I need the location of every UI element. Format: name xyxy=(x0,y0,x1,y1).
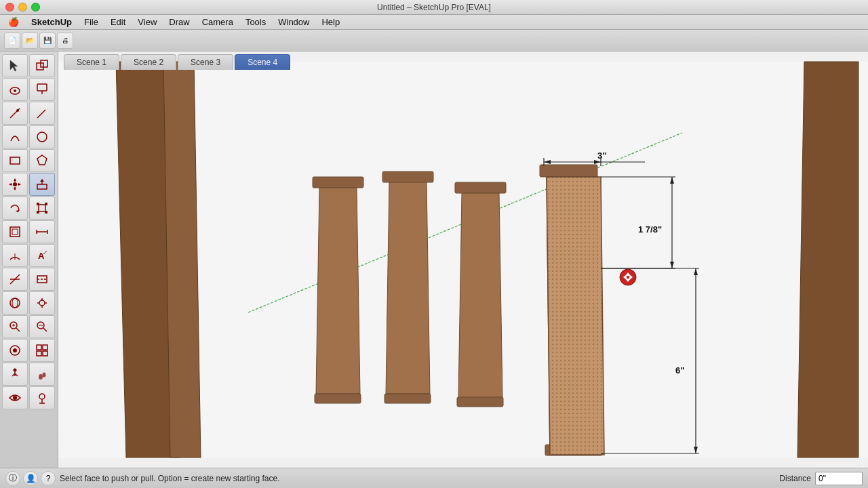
svg-line-52 xyxy=(16,328,20,331)
svg-point-64 xyxy=(14,369,17,372)
tool-orbit[interactable] xyxy=(2,291,28,314)
svg-point-8 xyxy=(16,109,19,112)
menu-help[interactable]: Help xyxy=(316,16,345,28)
toolbar-print[interactable]: 🖨 xyxy=(57,33,73,49)
svg-rect-33 xyxy=(12,229,18,235)
svg-marker-18 xyxy=(14,188,16,190)
dim-height1: 1 7/8" xyxy=(638,224,662,235)
toolbar-open[interactable]: 📂 xyxy=(22,33,38,49)
toolbar-save[interactable]: 💾 xyxy=(39,33,56,49)
tool-tape3d[interactable] xyxy=(29,220,55,243)
menu-bar: 🍎 SketchUp File Edit View Draw Camera To… xyxy=(0,15,868,30)
close-button[interactable] xyxy=(5,3,14,12)
menu-tools[interactable]: Tools xyxy=(240,16,271,28)
svg-rect-84 xyxy=(384,394,431,403)
tool-component[interactable] xyxy=(29,54,55,77)
tool-footprint[interactable] xyxy=(29,363,55,386)
tool-section[interactable] xyxy=(29,268,55,291)
svg-point-14 xyxy=(13,182,17,186)
svg-rect-61 xyxy=(43,345,47,350)
tool-text[interactable]: A xyxy=(29,244,55,267)
tool-scale[interactable] xyxy=(29,197,55,220)
tool-eye[interactable] xyxy=(2,386,28,409)
traffic-lights xyxy=(5,3,40,12)
svg-point-46 xyxy=(39,300,45,306)
svg-rect-85 xyxy=(455,182,506,193)
distance-area: Distance xyxy=(779,472,863,485)
svg-marker-78 xyxy=(797,62,859,458)
svg-rect-27 xyxy=(39,205,45,211)
status-user-btn[interactable]: 👤 xyxy=(23,471,38,486)
svg-marker-22 xyxy=(18,183,21,186)
svg-point-70 xyxy=(13,396,17,400)
svg-rect-63 xyxy=(43,351,47,356)
menu-edit[interactable]: Edit xyxy=(105,16,131,28)
svg-point-71 xyxy=(39,394,45,399)
svg-point-45 xyxy=(12,298,18,308)
tool-rectangle[interactable] xyxy=(2,149,28,172)
menu-apple[interactable]: 🍎 xyxy=(3,16,24,28)
svg-marker-16 xyxy=(14,178,16,181)
viewport[interactable]: 3" 1 7/8" 6" xyxy=(58,52,868,468)
svg-point-59 xyxy=(13,348,17,352)
svg-marker-86 xyxy=(458,193,502,397)
menu-window[interactable]: Window xyxy=(273,16,315,28)
picket-2 xyxy=(382,171,433,403)
tool-eraser[interactable] xyxy=(2,78,28,101)
svg-marker-20 xyxy=(9,183,12,186)
toolbar: 📄 📂 💾 🖨 xyxy=(0,30,868,52)
svg-rect-60 xyxy=(37,345,41,350)
svg-marker-80 xyxy=(316,188,360,394)
toolbar-new[interactable]: 📄 xyxy=(4,33,20,49)
tool-zoom-extents[interactable] xyxy=(29,315,55,338)
tool-pushpull[interactable] xyxy=(29,173,55,196)
svg-rect-23 xyxy=(37,184,47,189)
tool-circle[interactable] xyxy=(29,125,55,148)
tool-select[interactable] xyxy=(2,54,28,77)
main-area: A xyxy=(0,52,868,468)
tool-position-camera[interactable] xyxy=(29,386,55,409)
svg-marker-0 xyxy=(10,60,18,71)
tool-offset[interactable] xyxy=(2,220,28,243)
scene-tab-4[interactable]: Scene 4 xyxy=(235,54,290,70)
svg-rect-81 xyxy=(315,394,361,403)
menu-camera[interactable]: Camera xyxy=(197,16,239,28)
scene-tab-2[interactable]: Scene 2 xyxy=(121,54,176,70)
menu-sketchup[interactable]: SketchUp xyxy=(26,16,77,28)
tool-perspective[interactable] xyxy=(2,339,28,362)
menu-view[interactable]: View xyxy=(132,16,162,28)
dim-height2: 6" xyxy=(675,365,684,375)
scene-tab-3[interactable]: Scene 3 xyxy=(178,54,233,70)
svg-point-96 xyxy=(620,269,636,285)
status-icons: ⓘ 👤 ? xyxy=(5,471,56,486)
status-help-btn[interactable]: ? xyxy=(41,471,56,486)
tool-polygon[interactable] xyxy=(29,149,55,172)
tool-tape[interactable] xyxy=(2,102,28,125)
tool-move[interactable] xyxy=(2,173,28,196)
svg-marker-95 xyxy=(547,177,604,455)
tool-standard-views[interactable] xyxy=(29,339,55,362)
tool-arc[interactable] xyxy=(2,125,28,148)
scene-tab-1[interactable]: Scene 1 xyxy=(64,54,119,70)
move-indicator xyxy=(620,269,636,285)
svg-line-56 xyxy=(43,328,47,331)
status-info-btn[interactable]: ⓘ xyxy=(5,471,20,486)
menu-file[interactable]: File xyxy=(79,16,104,28)
svg-point-69 xyxy=(43,373,46,378)
tool-zoom[interactable] xyxy=(2,315,28,338)
tool-paint[interactable] xyxy=(29,78,55,101)
menu-draw[interactable]: Draw xyxy=(163,16,195,28)
minimize-button[interactable] xyxy=(18,3,27,12)
tool-pan[interactable] xyxy=(29,291,55,314)
tool-pencil[interactable] xyxy=(29,102,55,125)
tool-protractor[interactable] xyxy=(2,244,28,267)
tool-walk[interactable] xyxy=(2,363,28,386)
distance-input[interactable] xyxy=(815,472,863,485)
svg-rect-28 xyxy=(37,203,39,205)
tool-rotate[interactable] xyxy=(2,197,28,220)
maximize-button[interactable] xyxy=(31,3,40,12)
status-text: Select face to push or pull. Option = cr… xyxy=(60,474,775,483)
tool-axes[interactable] xyxy=(2,268,28,291)
status-bar: ⓘ 👤 ? Select face to push or pull. Optio… xyxy=(0,468,868,488)
svg-rect-31 xyxy=(45,211,47,214)
